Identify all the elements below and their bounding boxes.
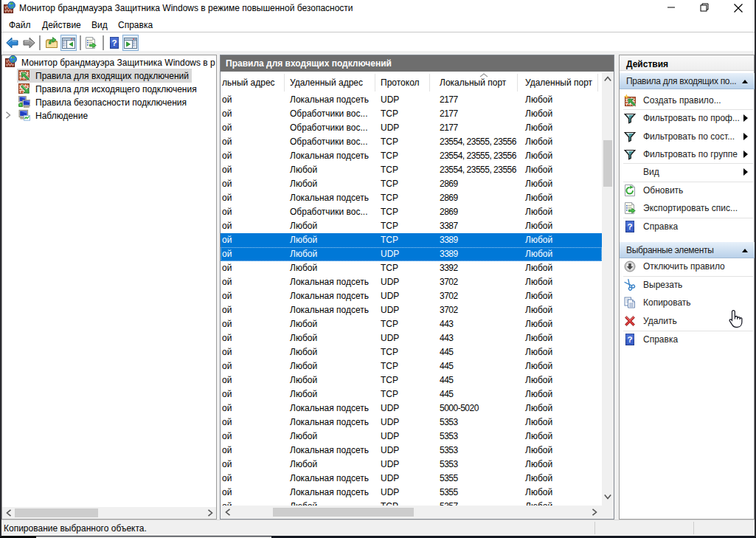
svg-text:?: ? [627, 335, 632, 344]
svg-text:?: ? [111, 38, 117, 47]
svg-text:?: ? [627, 222, 632, 231]
